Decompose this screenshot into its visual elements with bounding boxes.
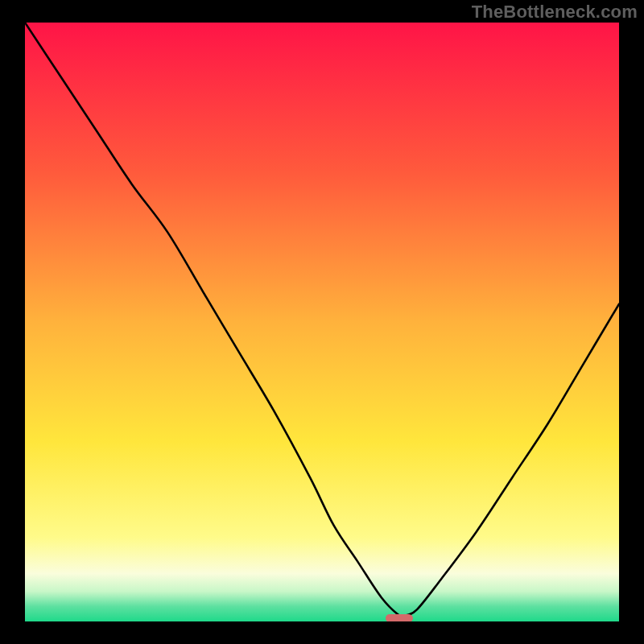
watermark-text: TheBottleneck.com [472,2,638,23]
bottleneck-chart [25,23,619,621]
gradient-background [25,23,619,621]
plot-area [25,23,619,621]
optimal-marker [386,614,413,621]
chart-frame: TheBottleneck.com [0,0,644,644]
